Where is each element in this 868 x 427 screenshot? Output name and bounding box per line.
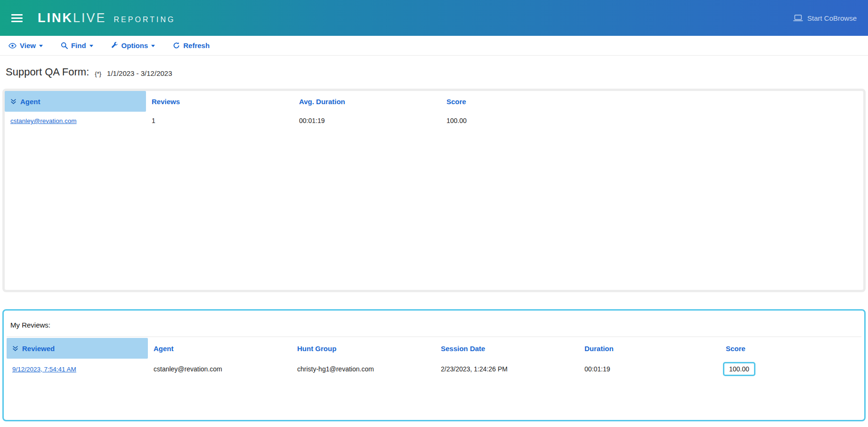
column-header-label: Reviewed xyxy=(22,345,55,353)
linklive-logo: LINK LIVE REPORTING xyxy=(38,11,175,25)
column-header-label: Session Date xyxy=(441,345,485,353)
column-header-reviewed[interactable]: Reviewed xyxy=(7,338,148,359)
title-token: {*} xyxy=(95,70,101,77)
table-row: 9/12/2023, 7:54:41 AM cstanley@revation.… xyxy=(7,359,861,379)
score-cell: 100.00 xyxy=(720,362,861,376)
column-header-label: Agent xyxy=(154,345,174,353)
column-header-label: Score xyxy=(446,98,466,106)
duration-cell: 00:01:19 xyxy=(579,365,720,373)
page-title: Support QA Form: xyxy=(6,66,89,78)
column-header-reviews[interactable]: Reviews xyxy=(146,91,293,112)
my-reviews-title: My Reviews: xyxy=(7,311,861,337)
options-menu-button[interactable]: Options xyxy=(111,41,155,49)
my-reviews-table-header: Reviewed Agent Hunt Group Session Date D… xyxy=(7,338,861,359)
search-icon xyxy=(61,42,68,49)
column-header-label: Avg. Duration xyxy=(299,98,345,106)
logo-reporting-text: REPORTING xyxy=(114,16,176,24)
reviewed-cell: 9/12/2023, 7:54:41 AM xyxy=(7,365,148,373)
session-date-cell: 2/23/2023, 1:24:26 PM xyxy=(435,365,579,373)
avg-duration-cell: 00:01:19 xyxy=(293,117,441,124)
summary-table-header: Agent Reviews Avg. Duration Score xyxy=(5,91,863,112)
column-header-agent[interactable]: Agent xyxy=(5,91,146,112)
my-reviews-panel: My Reviews: Reviewed Agent Hunt Group Se… xyxy=(2,309,866,421)
page-title-row: Support QA Form: {*} 1/1/2023 - 3/12/202… xyxy=(0,56,868,89)
refresh-icon xyxy=(173,42,180,49)
start-cobrowse-button[interactable]: Start CoBrowse xyxy=(793,14,857,22)
table-row: cstanley@revation.com 1 00:01:19 100.00 xyxy=(5,112,863,130)
column-header-avg-duration[interactable]: Avg. Duration xyxy=(293,91,441,112)
hunt-group-cell: christy-hg1@revation.com xyxy=(292,365,435,373)
logo-live-text: LIVE xyxy=(73,11,106,25)
find-menu-button[interactable]: Find xyxy=(61,41,93,49)
options-label: Options xyxy=(122,41,148,49)
sort-descending-icon xyxy=(10,99,16,105)
summary-panel: Agent Reviews Avg. Duration Score cstanl… xyxy=(2,89,866,292)
column-header-label: Score xyxy=(726,345,746,353)
eye-icon xyxy=(8,43,16,49)
logo-link-text: LINK xyxy=(38,11,73,25)
column-header-label: Duration xyxy=(584,345,614,353)
column-header-hunt-group[interactable]: Hunt Group xyxy=(292,338,435,359)
column-header-session-date[interactable]: Session Date xyxy=(435,338,579,359)
view-label: View xyxy=(20,41,36,49)
toolbar: View Find Options Refresh xyxy=(0,36,868,56)
refresh-button[interactable]: Refresh xyxy=(173,41,210,49)
column-header-label: Reviews xyxy=(152,98,180,106)
score-cell: 100.00 xyxy=(441,117,863,124)
chevron-down-icon xyxy=(151,45,155,47)
app-header: LINK LIVE REPORTING Start CoBrowse xyxy=(0,0,868,36)
reviewed-date-link[interactable]: 9/12/2023, 7:54:41 AM xyxy=(12,366,76,373)
column-header-score[interactable]: Score xyxy=(720,338,861,359)
agent-cell: cstanley@revation.com xyxy=(5,117,146,124)
summary-table: Agent Reviews Avg. Duration Score cstanl… xyxy=(5,91,863,290)
column-header-score[interactable]: Score xyxy=(441,91,863,112)
chevron-down-icon xyxy=(39,45,43,47)
view-menu-button[interactable]: View xyxy=(8,41,43,49)
agent-cell: cstanley@revation.com xyxy=(148,365,292,373)
find-label: Find xyxy=(71,41,86,49)
column-header-duration[interactable]: Duration xyxy=(579,338,720,359)
chevron-down-icon xyxy=(89,45,93,47)
cobrowse-label: Start CoBrowse xyxy=(807,14,857,22)
highlighted-score-value[interactable]: 100.00 xyxy=(723,362,755,376)
cobrowse-laptop-icon xyxy=(793,15,803,22)
date-range: 1/1/2023 - 3/12/2023 xyxy=(107,69,172,77)
agent-link[interactable]: cstanley@revation.com xyxy=(10,117,77,124)
reviews-cell: 1 xyxy=(146,117,293,124)
hamburger-menu-button[interactable] xyxy=(11,12,24,24)
column-header-label: Hunt Group xyxy=(297,345,336,353)
column-header-label: Agent xyxy=(20,98,41,106)
column-header-agent[interactable]: Agent xyxy=(148,338,292,359)
my-reviews-table: Reviewed Agent Hunt Group Session Date D… xyxy=(7,337,861,379)
refresh-label: Refresh xyxy=(183,41,210,49)
wrench-icon xyxy=(111,42,118,49)
sort-descending-icon xyxy=(12,345,18,352)
